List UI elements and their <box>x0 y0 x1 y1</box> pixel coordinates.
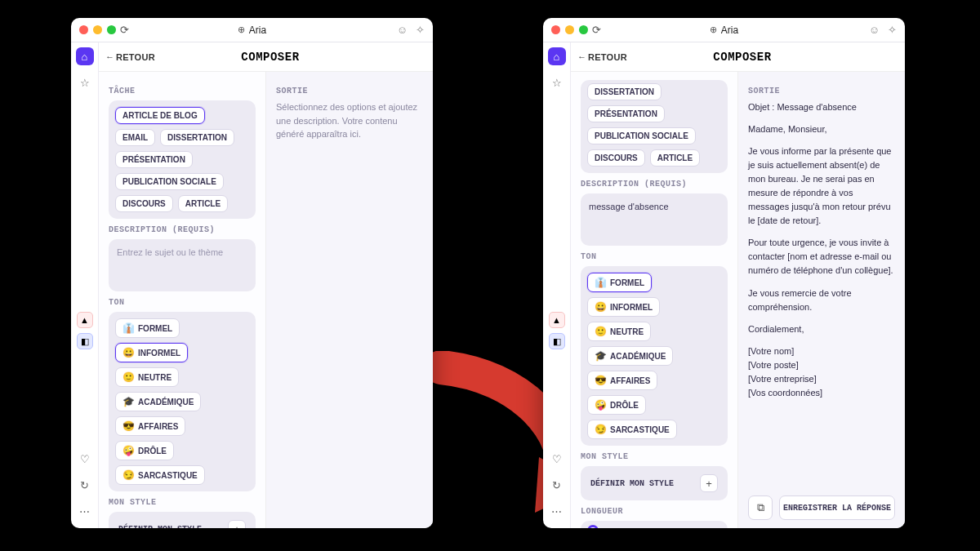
face-icon[interactable]: ☺ <box>397 24 408 36</box>
slider-thumb[interactable] <box>587 525 599 528</box>
page-header: ← RETOUR COMPOSER <box>99 42 433 72</box>
page-title: COMPOSER <box>635 51 849 64</box>
titlebar: ⟳ ⊕ Aria ☺ ✧ <box>71 18 433 42</box>
task-chip[interactable]: DISCOURS <box>587 149 645 167</box>
history-icon[interactable]: ↻ <box>76 476 94 494</box>
output-pane: SORTIE Sélectionnez des options et ajout… <box>266 72 433 528</box>
task-chip-group: DISSERTATION PRÉSENTATION PUBLICATION SO… <box>581 80 728 173</box>
tone-chip[interactable]: 🤪DRÔLE <box>115 441 174 460</box>
history-icon[interactable]: ↻ <box>548 476 566 494</box>
task-chip[interactable]: PUBLICATION SOCIALE <box>115 173 224 190</box>
task-chip[interactable]: PUBLICATION SOCIALE <box>587 127 696 144</box>
tone-chip[interactable]: 😏SARCASTIQUE <box>587 420 677 439</box>
side-rail: ⌂ ☆ ▲ ◧ ♡ ↻ ⋯ <box>543 42 571 528</box>
options-pane: TÂCHE ARTICLE DE BLOG EMAIL DISSERTATION… <box>99 72 266 528</box>
tone-chip[interactable]: 🙂NEUTRE <box>115 367 179 387</box>
home-icon[interactable]: ⌂ <box>548 47 566 65</box>
plus-icon: + <box>228 520 246 528</box>
heart-icon[interactable]: ♡ <box>76 450 94 468</box>
description-input[interactable]: message d'absence <box>581 193 728 246</box>
page-header: ← RETOUR COMPOSER <box>571 42 905 72</box>
task-chip[interactable]: EMAIL <box>115 129 155 146</box>
reload-icon[interactable]: ⟳ <box>592 24 601 36</box>
window-after: ⟳ ⊕ Aria ☺ ✧ ⌂ ☆ ▲ ◧ ♡ ↻ ⋯ ← RETOUR COMP… <box>543 18 905 528</box>
page-title: COMPOSER <box>163 51 377 64</box>
app-title: Aria <box>249 24 266 36</box>
style-label: MON STYLE <box>109 498 256 507</box>
output-label: SORTIE <box>748 87 895 96</box>
length-slider[interactable]: COURT MOYEN LONG <box>581 521 728 528</box>
app-shortcut-b[interactable]: ◧ <box>77 333 93 349</box>
plus-icon: + <box>700 474 718 492</box>
tone-chip[interactable]: 😎AFFAIRES <box>115 416 185 436</box>
task-label: TÂCHE <box>109 87 256 96</box>
task-chip-group: ARTICLE DE BLOG EMAIL DISSERTATION PRÉSE… <box>109 100 256 219</box>
star-icon[interactable]: ☆ <box>548 73 566 91</box>
length-label: LONGUEUR <box>581 507 728 516</box>
tone-chip[interactable]: 🎓ACADÉMIQUE <box>115 392 201 411</box>
globe-icon: ⊕ <box>710 24 717 35</box>
app-shortcut-b[interactable]: ◧ <box>549 333 565 349</box>
task-chip[interactable]: ARTICLE <box>650 149 700 167</box>
tone-chip[interactable]: 🤪DRÔLE <box>587 395 646 415</box>
heart-icon[interactable]: ♡ <box>548 450 566 468</box>
define-style-button[interactable]: DÉFINIR MON STYLE + <box>109 512 256 528</box>
pin-icon[interactable]: ✧ <box>416 24 425 36</box>
output-pane: SORTIE Objet : Message d'absence Madame,… <box>738 72 905 528</box>
tone-chip[interactable]: 😀INFORMEL <box>115 343 188 362</box>
tone-chip[interactable]: 👔FORMEL <box>587 273 652 292</box>
options-pane: DISSERTATION PRÉSENTATION PUBLICATION SO… <box>571 72 738 528</box>
star-icon[interactable]: ☆ <box>76 73 94 91</box>
tone-chip[interactable]: 🎓ACADÉMIQUE <box>587 346 673 366</box>
define-style-button[interactable]: DÉFINIR MON STYLE + <box>581 466 728 500</box>
titlebar: ⟳ ⊕ Aria ☺ ✧ <box>543 18 905 42</box>
task-chip[interactable]: DISSERTATION <box>587 83 662 100</box>
tone-chip-group: 👔FORMEL 😀INFORMEL 🙂NEUTRE 🎓ACADÉMIQUE 😎A… <box>581 266 728 446</box>
description-label: DESCRIPTION (REQUIS) <box>109 225 256 234</box>
copy-button[interactable]: ⧉ <box>748 495 773 520</box>
description-label: DESCRIPTION (REQUIS) <box>581 180 728 189</box>
app-title: Aria <box>721 24 738 36</box>
task-chip[interactable]: DISCOURS <box>115 195 173 212</box>
tone-chip[interactable]: 🙂NEUTRE <box>587 322 651 341</box>
face-icon[interactable]: ☺ <box>869 24 880 36</box>
task-chip[interactable]: DISSERTATION <box>160 129 234 146</box>
task-chip[interactable]: ARTICLE DE BLOG <box>115 107 205 124</box>
window-before: ⟳ ⊕ Aria ☺ ✧ ⌂ ☆ ▲ ◧ ♡ ↻ ⋯ ← RETOUR COMP… <box>71 18 433 528</box>
tone-chip[interactable]: 😏SARCASTIQUE <box>115 465 205 485</box>
output-label: SORTIE <box>276 87 423 96</box>
globe-icon: ⊕ <box>238 24 245 35</box>
tone-chip[interactable]: 😀INFORMEL <box>587 297 660 317</box>
pin-icon[interactable]: ✧ <box>888 24 897 36</box>
tone-chip[interactable]: 👔FORMEL <box>115 318 180 338</box>
description-input[interactable]: Entrez le sujet ou le thème <box>109 239 256 291</box>
side-rail: ⌂ ☆ ▲ ◧ ♡ ↻ ⋯ <box>71 42 99 528</box>
back-button[interactable]: ← RETOUR <box>107 52 155 62</box>
task-chip[interactable]: PRÉSENTATION <box>587 105 665 122</box>
more-icon[interactable]: ⋯ <box>76 502 94 520</box>
style-label: MON STYLE <box>581 452 728 461</box>
tone-chip[interactable]: 😎AFFAIRES <box>587 371 657 390</box>
reload-icon[interactable]: ⟳ <box>120 24 129 36</box>
tone-chip-group: 👔FORMEL 😀INFORMEL 🙂NEUTRE 🎓ACADÉMIQUE 😎A… <box>109 312 256 491</box>
more-icon[interactable]: ⋯ <box>548 502 566 520</box>
output-placeholder: Sélectionnez des options et ajoutez une … <box>276 100 423 141</box>
task-chip[interactable]: ARTICLE <box>178 195 228 212</box>
back-button[interactable]: ← RETOUR <box>579 52 627 62</box>
tone-label: TON <box>109 298 256 307</box>
tone-label: TON <box>581 252 728 261</box>
output-text: Objet : Message d'absence Madame, Monsie… <box>748 100 895 487</box>
app-shortcut-a[interactable]: ▲ <box>77 312 93 328</box>
app-shortcut-a[interactable]: ▲ <box>549 312 565 328</box>
home-icon[interactable]: ⌂ <box>76 47 94 65</box>
task-chip[interactable]: PRÉSENTATION <box>115 151 193 168</box>
save-response-button[interactable]: ENREGISTRER LA RÉPONSE <box>779 495 895 520</box>
